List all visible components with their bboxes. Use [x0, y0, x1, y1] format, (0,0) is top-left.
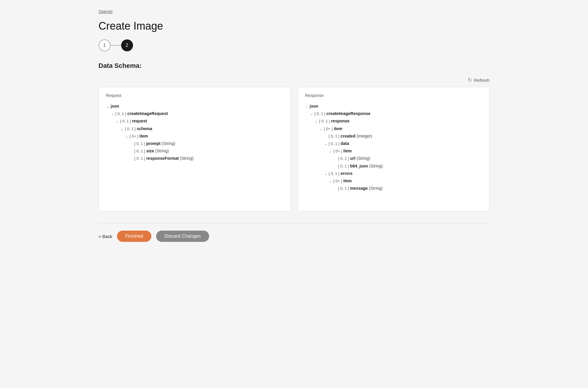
chevron-icon[interactable]: ⌄ [329, 178, 332, 184]
tree-row: [ 0, 1 ] message (String) [305, 185, 482, 192]
tree-row: [ 0, 1 ] url (String) [305, 155, 482, 162]
tree-row: ⌄ [ 0+ ] item [305, 147, 482, 155]
response-panel-label: Response [305, 93, 482, 98]
breadcrumb-link[interactable]: OpenAI [99, 9, 113, 14]
refresh-button[interactable]: ↻ Refresh [468, 77, 490, 83]
step-connector [110, 45, 121, 46]
tree-row: [ 0, 1 ] prompt (String) [106, 140, 283, 147]
response-panel: Response ⌄ json ⌄ [ 0, 1 ] createImageRe… [298, 87, 490, 211]
chevron-icon[interactable]: ⌄ [319, 126, 323, 132]
tree-row: ⌄ [ 0+ ] item [106, 132, 283, 140]
refresh-row: ↻ Refresh [99, 77, 490, 83]
chevron-icon[interactable]: ⌄ [305, 104, 309, 110]
schema-panels: Request ⌄ json ⌄ [ 0, 1 ] createImageReq… [99, 87, 490, 211]
tree-row: [ 0, 1 ] size (String) [106, 147, 283, 155]
tree-row: ⌄ [ 0+ ] item [305, 125, 482, 132]
chevron-icon [130, 149, 133, 154]
tree-row: ⌄ [ 0, 1 ] response [305, 117, 482, 125]
section-title: Data Schema: [99, 62, 490, 70]
chevron-icon[interactable]: ⌄ [120, 126, 124, 132]
tree-row: [ 0, 1 ] responseFormat (String) [106, 155, 283, 162]
tree-row: ⌄ [ 0, 1 ] data [305, 140, 482, 147]
chevron-icon [334, 164, 337, 170]
request-panel: Request ⌄ json ⌄ [ 0, 1 ] createImageReq… [99, 87, 291, 211]
tree-row: [ 0, 1 ] b64_json (String) [305, 162, 482, 170]
chevron-icon [130, 156, 133, 162]
chevron-icon[interactable]: ⌄ [324, 171, 328, 177]
tree-row: ⌄ [ 0, 1 ] errors [305, 170, 482, 177]
discard-changes-button[interactable]: Discard Changes [156, 231, 209, 242]
chevron-icon[interactable]: ⌄ [315, 119, 318, 124]
request-tree: ⌄ json ⌄ [ 0, 1 ] createImageRequest ⌄ [… [106, 103, 283, 162]
chevron-icon[interactable]: ⌄ [125, 134, 129, 140]
chevron-icon[interactable]: ⌄ [324, 141, 328, 147]
chevron-icon[interactable]: ⌄ [329, 149, 332, 154]
tree-row: ⌄ [ 0, 1 ] createImageResponse [305, 110, 482, 117]
tree-row: [ 0, 1 ] created (Integer) [305, 132, 482, 140]
tree-row: ⌄ [ 0+ ] item [305, 177, 482, 185]
tree-row: ⌄ json [305, 103, 482, 110]
step-2[interactable]: 2 [121, 39, 133, 51]
bottom-bar: < Back Finished Discard Changes [99, 223, 490, 242]
chevron-icon[interactable]: ⌄ [116, 119, 119, 124]
chevron-icon [334, 156, 337, 162]
step-1[interactable]: 1 [99, 39, 110, 51]
breadcrumb: OpenAI [99, 9, 490, 14]
chevron-icon[interactable]: ⌄ [111, 111, 114, 117]
request-panel-label: Request [106, 93, 283, 98]
page-title: Create Image [99, 20, 490, 32]
finished-button[interactable]: Finished [117, 231, 151, 242]
tree-row: ⌄ [ 0, 1 ] request [106, 117, 283, 125]
tree-row: ⌄ [ 0, 1 ] schema [106, 125, 283, 132]
steps-row: 1 2 [99, 39, 490, 51]
chevron-icon [334, 186, 337, 192]
tree-row: ⌄ [ 0, 1 ] createImageRequest [106, 110, 283, 117]
chevron-icon [324, 134, 328, 140]
chevron-icon[interactable]: ⌄ [310, 111, 313, 117]
chevron-icon [130, 141, 133, 147]
tree-row: ⌄ json [106, 103, 283, 110]
refresh-icon: ↻ [468, 77, 472, 83]
response-tree: ⌄ json ⌄ [ 0, 1 ] createImageResponse ⌄ … [305, 103, 482, 192]
back-button[interactable]: < Back [99, 234, 112, 239]
chevron-icon[interactable]: ⌄ [106, 104, 110, 110]
